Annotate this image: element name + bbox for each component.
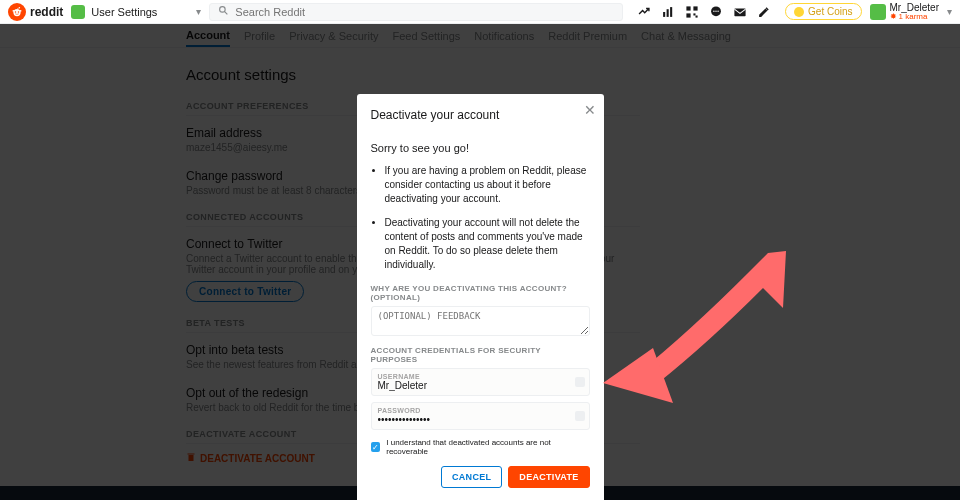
coin-icon xyxy=(794,7,804,17)
field-badge-icon xyxy=(575,377,585,387)
deactivate-button[interactable]: DEACTIVATE xyxy=(508,466,589,488)
user-avatar-icon xyxy=(870,4,886,20)
feedback-textarea[interactable] xyxy=(371,306,590,336)
all-icon[interactable] xyxy=(661,5,675,19)
reddit-logo-icon xyxy=(8,3,26,21)
logo[interactable]: reddit xyxy=(8,3,63,21)
username-field[interactable]: USERNAME xyxy=(371,368,590,396)
svg-rect-9 xyxy=(670,7,672,17)
field-badge-icon xyxy=(575,411,585,421)
svg-point-6 xyxy=(220,6,226,11)
username-input[interactable] xyxy=(378,380,569,391)
svg-rect-11 xyxy=(693,6,697,10)
svg-rect-19 xyxy=(734,8,745,16)
svg-point-18 xyxy=(717,10,718,11)
user-name: Mr_Deleter xyxy=(890,3,939,13)
svg-point-17 xyxy=(715,10,716,11)
top-header: reddit User Settings ▾ Get Coins Mr_Dele… xyxy=(0,0,960,24)
settings-avatar-icon xyxy=(71,5,85,19)
chat-icon[interactable] xyxy=(709,5,723,19)
modal-title: Deactivate your account xyxy=(371,108,590,122)
search-input[interactable] xyxy=(235,6,614,18)
deactivate-modal: ✕ Deactivate your account Sorry to see y… xyxy=(357,94,604,500)
understand-label: I understand that deactivated accounts a… xyxy=(386,438,589,456)
coins-label: Get Coins xyxy=(808,6,852,17)
checkbox-checked-icon[interactable]: ✓ xyxy=(371,442,381,452)
create-post-icon[interactable] xyxy=(757,5,771,19)
karma-icon: ✸ xyxy=(890,13,897,21)
user-menu[interactable]: Mr_Deleter ✸1 karma ▾ xyxy=(870,3,952,21)
understand-row[interactable]: ✓ I understand that deactivated accounts… xyxy=(371,438,590,456)
modal-subtitle: Sorry to see you go! xyxy=(371,142,590,154)
chevron-down-icon: ▾ xyxy=(196,6,201,17)
popular-icon[interactable] xyxy=(637,5,651,19)
svg-rect-12 xyxy=(686,13,690,17)
modal-overlay[interactable]: ✕ Deactivate your account Sorry to see y… xyxy=(0,24,960,500)
password-input[interactable] xyxy=(378,414,569,425)
svg-point-0 xyxy=(13,9,20,16)
svg-point-3 xyxy=(13,9,15,11)
modal-bullet: Deactivating your account will not delet… xyxy=(385,216,590,272)
context-dropdown[interactable]: User Settings ▾ xyxy=(71,5,201,19)
cancel-button[interactable]: CANCEL xyxy=(441,466,502,488)
search-bar[interactable] xyxy=(209,3,623,21)
password-field[interactable]: PASSWORD xyxy=(371,402,590,430)
messages-icon[interactable] xyxy=(733,5,747,19)
svg-point-1 xyxy=(15,11,16,12)
svg-rect-13 xyxy=(693,13,695,15)
logo-text: reddit xyxy=(30,5,63,19)
why-label: Why are you deactivating this account? (… xyxy=(371,284,590,302)
svg-point-2 xyxy=(18,11,19,12)
modal-bullets: If you are having a problem on Reddit, p… xyxy=(371,164,590,272)
svg-point-16 xyxy=(713,10,714,11)
search-icon xyxy=(218,5,229,19)
context-label: User Settings xyxy=(91,6,157,18)
svg-rect-10 xyxy=(686,6,690,10)
close-icon[interactable]: ✕ xyxy=(584,102,596,118)
header-icons xyxy=(631,5,777,19)
svg-rect-8 xyxy=(667,9,669,17)
user-karma: 1 karma xyxy=(899,13,928,21)
chevron-down-icon: ▾ xyxy=(947,6,952,17)
svg-point-4 xyxy=(20,9,22,11)
cred-label: Account credentials for security purpose… xyxy=(371,346,590,364)
svg-rect-7 xyxy=(663,12,665,17)
get-coins-button[interactable]: Get Coins xyxy=(785,3,861,20)
modal-bullet: If you are having a problem on Reddit, p… xyxy=(385,164,590,206)
svg-rect-14 xyxy=(696,15,698,17)
modal-actions: CANCEL DEACTIVATE xyxy=(371,466,590,488)
qr-icon[interactable] xyxy=(685,5,699,19)
